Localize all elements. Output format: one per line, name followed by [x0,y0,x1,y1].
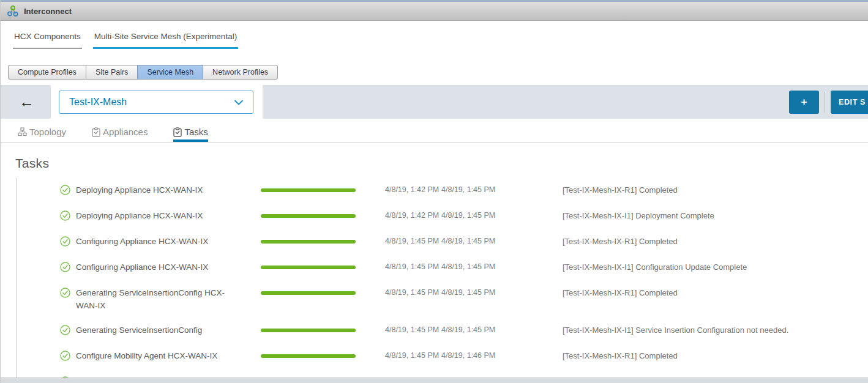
task-success-check-icon [60,235,71,249]
page-title: Interconnect [24,7,72,16]
task-name: Configuring Appliance HCX-WAN-IX [76,235,242,248]
task-name: Configure Mobility Agent HCX-WAN-IX [76,349,242,362]
topology-icon [18,127,27,136]
task-end-time: 4/8/19, 1:45 PM [441,235,498,245]
task-progress-bar [261,209,356,218]
tab-tasks[interactable]: Tasks [173,127,208,142]
task-status: [Test-IX-Mesh-IX-R1] Completed [563,286,678,297]
task-start-time: 4/8/19, 1:45 PM [385,324,441,334]
task-status: [Test-IX-Mesh-IX-I1] Service Insertion C… [563,324,788,335]
task-progress-bar [261,235,356,244]
view-tab-label: Appliances [103,127,148,137]
tab-site-pairs[interactable]: Site Pairs [86,65,138,80]
tab-appliances[interactable]: Appliances [92,127,148,142]
task-progress-bar [261,261,356,269]
tab-service-mesh[interactable]: Service Mesh [137,65,203,80]
task-progress-bar [261,286,356,295]
task-success-check-icon [60,286,71,300]
tab-topology[interactable]: Topology [18,127,66,142]
task-name: Configuring Appliance HCX-WAN-IX [76,261,242,273]
task-success-check-icon [60,261,71,275]
task-progress-bar [261,324,356,332]
task-row: Deploying Appliance HCX-WAN-IX 4/8/19, 1… [60,178,868,204]
task-success-check-icon [60,324,71,338]
edit-service-mesh-button[interactable]: EDIT S [831,91,868,114]
tasks-heading: Tasks [15,156,868,171]
mesh-toolbar: ← Test-IX-Mesh + EDIT S [1,85,868,119]
chevron-down-icon [234,100,243,105]
task-start-time: 4/8/19, 1:42 PM [385,209,441,220]
task-start-time: 4/8/19, 1:45 PM [385,286,441,297]
tab-multi-site-service-mesh[interactable]: Multi-Site Service Mesh (Experimental) [93,29,238,49]
task-end-time: 4/8/19, 1:45 PM [441,261,498,271]
task-name: Deploying Appliance HCX-WAN-IX [76,209,242,222]
titlebar: Interconnect [1,0,868,21]
task-status: [Test-IX-Mesh-IX-I1] Deployment Complete [563,209,714,220]
task-row: Deploying Appliance HCX-WAN-IX 4/8/19, 1… [60,204,868,229]
interconnect-cluster-icon [7,5,19,17]
task-start-time: 4/8/19, 1:42 PM [385,184,441,194]
toolbar-divider [825,92,825,113]
tab-network-profiles[interactable]: Network Profiles [203,65,278,80]
horizontal-scrollbar[interactable] [1,377,868,383]
task-progress-bar [261,184,356,192]
task-start-time: 4/8/19, 1:45 PM [385,235,441,245]
task-row: Configuring Appliance HCX-WAN-IX 4/8/19,… [60,255,868,281]
add-service-mesh-button[interactable]: + [789,91,819,114]
task-end-time: 4/8/19, 1:45 PM [441,209,498,220]
mesh-selector-value: Test-IX-Mesh [69,97,234,108]
profile-tabs: Compute Profiles Site Pairs Service Mesh… [8,65,868,80]
task-list: Deploying Appliance HCX-WAN-IX 4/8/19, 1… [17,178,868,383]
task-success-check-icon [60,209,71,223]
view-tab-label: Tasks [184,127,208,137]
task-status: [Test-IX-Mesh-IX-R1] Completed [563,349,678,360]
task-name: Generating ServiceInsertionConfig HCX-WA… [76,286,242,312]
task-status: [Test-IX-Mesh-IX-R1] Completed [563,235,678,246]
task-end-time: 4/8/19, 1:46 PM [441,349,498,360]
task-row: Generating ServiceInsertionConfig 4/8/19… [60,318,868,344]
view-tabs: Topology Appliances Tasks [1,119,868,143]
task-start-time: 4/8/19, 1:45 PM [385,261,441,271]
task-progress-bar [261,349,356,358]
task-status: [Test-IX-Mesh-IX-I1] Configuration Updat… [563,261,747,272]
task-name: Deploying Appliance HCX-WAN-IX [76,184,242,196]
task-end-time: 4/8/19, 1:45 PM [441,286,498,297]
task-success-check-icon [60,349,71,363]
task-end-time: 4/8/19, 1:45 PM [441,184,498,194]
task-row: Configure Mobility Agent HCX-WAN-IX 4/8/… [60,344,868,370]
interconnect-window: Interconnect HCX Components Multi-Site S… [0,0,868,383]
task-row: Generating ServiceInsertionConfig HCX-WA… [60,281,868,318]
task-success-check-icon [60,184,71,198]
task-row: Configuring Appliance HCX-WAN-IX 4/8/19,… [60,229,868,255]
back-arrow-icon[interactable]: ← [19,92,34,111]
task-end-time: 4/8/19, 1:45 PM [441,324,498,334]
task-status: [Test-IX-Mesh-IX-R1] Completed [563,184,678,195]
task-name: Generating ServiceInsertionConfig [76,324,242,337]
tab-compute-profiles[interactable]: Compute Profiles [8,65,86,80]
mesh-selector-dropdown[interactable]: Test-IX-Mesh [59,91,253,114]
tab-hcx-components[interactable]: HCX Components [13,29,82,49]
task-start-time: 4/8/19, 1:45 PM [385,349,441,360]
clipboard-check-icon [92,127,100,137]
main-tabs: HCX Components Multi-Site Service Mesh (… [1,21,868,49]
view-tab-label: Topology [29,127,66,137]
clipboard-check-icon [173,127,182,137]
